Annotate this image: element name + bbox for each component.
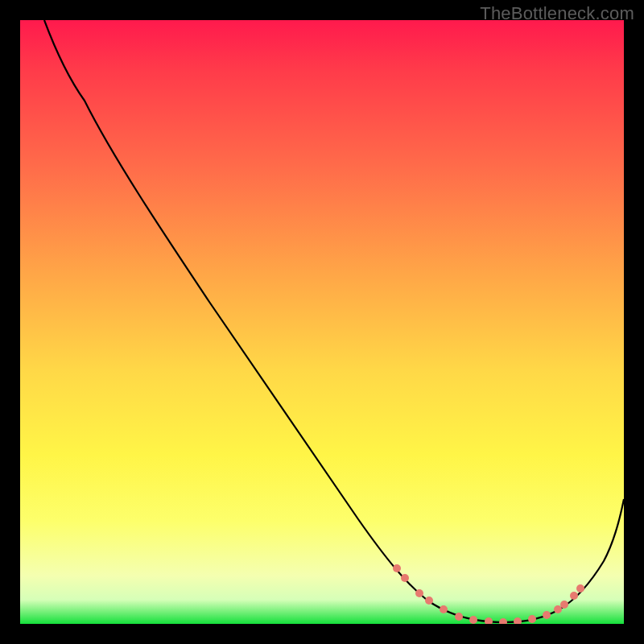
chart-frame: TheBottleneck.com [0, 0, 644, 644]
flat-zone-dots [393, 564, 584, 624]
svg-point-10 [528, 615, 536, 623]
svg-point-9 [514, 617, 522, 624]
svg-point-1 [401, 574, 409, 582]
svg-point-7 [485, 617, 493, 624]
svg-point-14 [570, 592, 578, 600]
svg-point-3 [425, 597, 433, 605]
svg-point-4 [440, 605, 448, 613]
svg-point-2 [415, 589, 423, 597]
gradient-plot [20, 20, 624, 624]
svg-point-5 [455, 613, 463, 621]
bottleneck-curve [44, 20, 624, 622]
svg-point-0 [393, 564, 401, 572]
svg-point-8 [499, 618, 507, 624]
svg-point-11 [543, 611, 551, 619]
svg-point-15 [576, 584, 584, 592]
svg-point-12 [554, 605, 562, 613]
svg-point-6 [469, 616, 477, 624]
curve-svg [20, 20, 624, 624]
svg-point-13 [560, 601, 568, 609]
